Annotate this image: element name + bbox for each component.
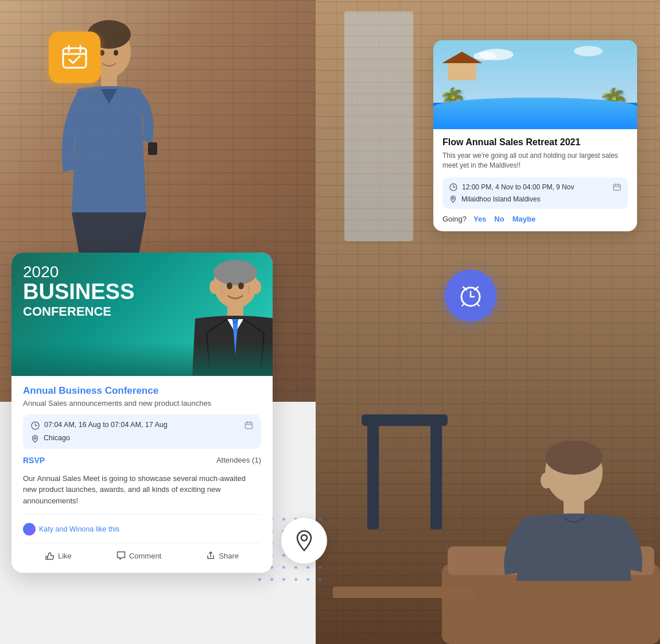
event-banner-text: 2020 BUSINESS CONFERENCE [23,264,134,319]
svg-point-48 [452,197,454,199]
seated-person [442,357,660,644]
share-button[interactable]: Share [199,548,246,564]
retreat-clock-icon [449,183,457,192]
svg-rect-14 [63,48,86,68]
svg-point-6 [100,50,104,56]
retreat-title: Flow Annual Sales Retreat 2021 [442,137,628,148]
alarm-badge [445,270,496,321]
svg-point-27 [213,260,257,285]
retreat-location-row: Milaidhoo Island Maldives [449,195,621,203]
location-pin-icon [292,529,316,553]
retreat-card: 🌴 🌴 Flow Annual Sales Retreat 2021 This … [433,40,637,231]
share-label: Share [219,552,239,560]
alarm-clock-icon [456,281,485,310]
event-datetime-row: 07:04 AM, 16 Aug to 07:04 AM, 17 Aug [31,420,253,430]
liker-avatar [23,523,36,536]
action-row: Like Comment Share [23,542,261,564]
likes-row: Katy and Winona like this [23,523,261,536]
svg-point-30 [227,282,232,289]
likes-text: Katy and Winona like this [39,525,119,533]
going-yes-button[interactable]: Yes [473,215,486,223]
calendar-check-icon [61,44,88,71]
event-subtitle: Annual Sales announcements and new produ… [23,399,261,408]
share-icon [206,551,215,560]
event-details-box: 07:04 AM, 16 Aug to 07:04 AM, 17 Aug [23,414,261,449]
retreat-body: Flow Annual Sales Retreat 2021 This year… [433,129,637,231]
like-button[interactable]: Like [38,548,79,564]
svg-point-25 [301,535,307,541]
svg-point-11 [545,440,603,475]
svg-rect-36 [246,422,253,429]
retreat-datetime-row: 12:00 PM, 4 Nov to 04:00 PM, 9 Nov [449,183,621,192]
event-banner: 2020 BUSINESS CONFERENCE [11,253,273,376]
retreat-location: Milaidhoo Island Maldives [461,195,540,203]
event-card-body: Annual Business Conference Annual Sales … [11,376,273,573]
rsvp-button[interactable]: RSVP [23,456,45,465]
retreat-details-box: 12:00 PM, 4 Nov to 04:00 PM, 9 Nov [442,177,628,210]
svg-rect-44 [614,185,620,191]
svg-point-31 [238,282,244,289]
going-no-button[interactable]: No [494,215,504,223]
calendar-badge [49,32,100,83]
clock-icon [31,420,40,430]
retreat-location-icon [449,195,457,203]
calendar-small-icon [244,421,253,429]
event-datetime: 07:04 AM, 16 Aug to 07:04 AM, 17 Aug [44,421,168,429]
comment-button[interactable]: Comment [110,548,168,564]
location-small-icon [31,433,39,443]
banner-title1: BUSINESS [23,280,134,304]
event-card-main: 2020 BUSINESS CONFERENCE [11,253,273,573]
svg-point-7 [114,50,118,56]
event-title: Annual Business Conference [23,385,261,397]
rsvp-row: RSVP Attendees (1) [23,456,261,465]
svg-point-40 [34,437,36,439]
event-description: Our Annual Sales Meet is going to showca… [23,473,261,515]
location-pin-badge [281,518,327,564]
svg-rect-3 [148,142,157,155]
going-row: Going? Yes No Maybe [442,215,628,223]
like-label: Like [58,552,72,560]
banner-year: 2020 [23,264,134,280]
attendees-count: Attendees (1) [216,456,261,464]
banner-title2: CONFERENCE [23,304,134,319]
retreat-calendar-icon [613,183,621,192]
svg-point-28 [209,280,219,294]
svg-point-29 [252,280,261,294]
retreat-datetime: 12:00 PM, 4 Nov to 04:00 PM, 9 Nov [462,183,574,191]
going-maybe-button[interactable]: Maybe [513,215,535,223]
svg-point-13 [541,472,552,488]
event-location-row: Chicago [31,433,253,443]
comment-icon [117,551,126,560]
going-label: Going? [442,215,467,223]
retreat-banner: 🌴 🌴 [433,40,637,129]
comment-label: Comment [129,552,161,560]
event-location: Chicago [44,434,70,442]
like-icon [45,551,55,560]
retreat-desc: This year we're going all out and holdin… [442,151,628,170]
